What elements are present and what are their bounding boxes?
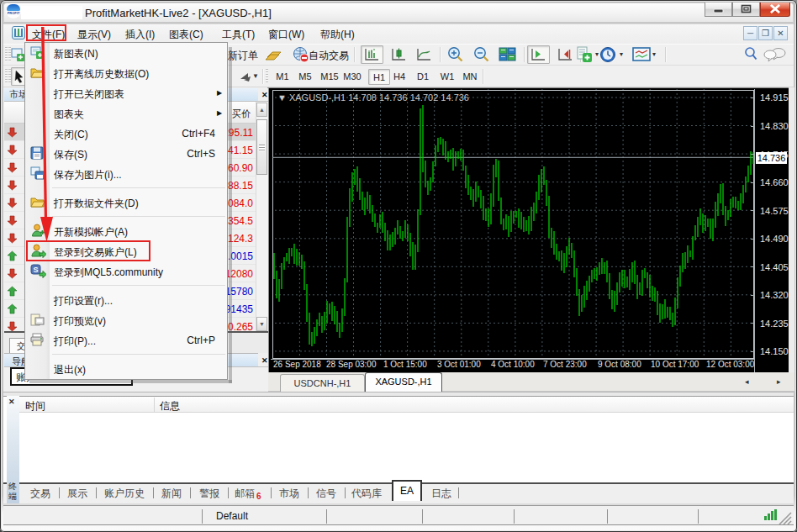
svg-text:S: S xyxy=(33,266,38,274)
